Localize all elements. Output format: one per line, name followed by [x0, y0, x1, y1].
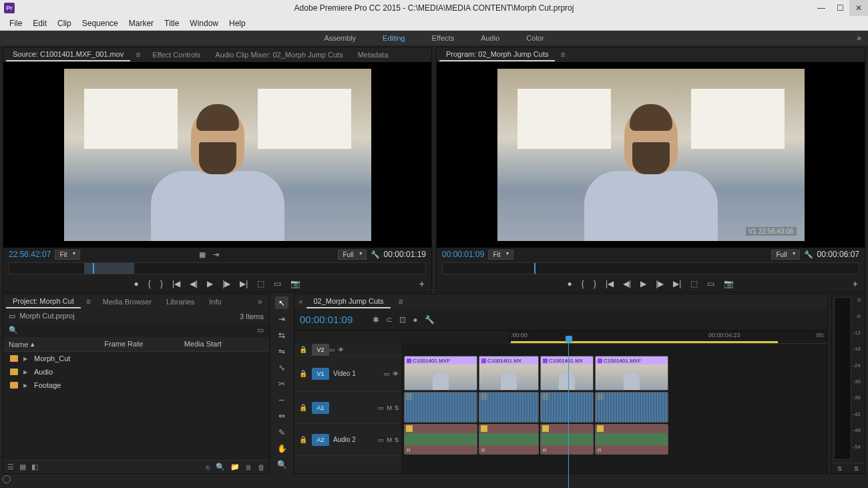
tab-effect-controls[interactable]: Effect Controls: [146, 49, 207, 61]
project-panel-menu-icon[interactable]: ≡: [82, 297, 95, 306]
close-button[interactable]: ✕: [849, 0, 868, 16]
clear-icon[interactable]: 🗑: [258, 463, 265, 471]
workspace-effects[interactable]: Effects: [432, 34, 454, 42]
extract-icon[interactable]: ▭: [707, 279, 714, 288]
timeline-panel-menu-icon[interactable]: ≡: [395, 297, 407, 306]
mark-in-icon[interactable]: {: [148, 279, 151, 288]
track-header-v2[interactable]: 🔒 V2 ▭👁: [294, 344, 401, 356]
project-overflow-icon[interactable]: »: [254, 297, 266, 306]
go-to-in-icon[interactable]: |◀: [606, 279, 614, 288]
source-video-area[interactable]: [3, 62, 431, 248]
play-icon[interactable]: ▶: [640, 279, 646, 288]
timeline-settings-icon[interactable]: 🔧: [425, 315, 435, 324]
safe-margins-icon[interactable]: ▦: [198, 250, 207, 259]
source-quality-select[interactable]: Full: [338, 250, 366, 260]
audio-clip[interactable]: R: [595, 424, 668, 455]
audio-clip[interactable]: [595, 392, 668, 423]
snap-icon[interactable]: ⊂: [386, 315, 393, 324]
menu-window[interactable]: Window: [184, 19, 224, 28]
track-header-a1[interactable]: 🔒 A1 ▭MS: [294, 392, 401, 424]
mark-out-icon[interactable]: }: [160, 279, 163, 288]
audio-clip[interactable]: R: [404, 424, 477, 455]
work-area-bar[interactable]: [511, 341, 778, 343]
workspace-color[interactable]: Color: [526, 34, 544, 42]
video-clip[interactable]: C1001401.MXF: [595, 356, 668, 391]
step-forward-icon[interactable]: |▶: [222, 279, 230, 288]
tab-libraries[interactable]: Libraries: [160, 296, 201, 308]
ripple-edit-tool-icon[interactable]: ⇆: [275, 329, 288, 342]
razor-tool-icon[interactable]: ✂: [275, 377, 288, 390]
freeform-view-icon[interactable]: ◧: [31, 463, 38, 471]
track-tag-v2[interactable]: V2: [312, 344, 329, 356]
bin-row[interactable]: ▶Morph_Cut: [3, 352, 269, 365]
go-to-out-icon[interactable]: ▶|: [240, 279, 248, 288]
program-panel-menu-icon[interactable]: ≡: [556, 50, 569, 59]
menu-help[interactable]: Help: [224, 19, 251, 28]
video-clip[interactable]: C1001401.MXF: [404, 356, 477, 391]
button-editor-icon[interactable]: +: [419, 278, 425, 289]
bin-row[interactable]: ▶Audio: [3, 365, 269, 379]
automate-icon[interactable]: ⎋: [206, 463, 210, 471]
zoom-tool-icon[interactable]: 🔍: [275, 459, 288, 471]
tab-info[interactable]: Info: [202, 296, 228, 308]
program-zoom-select[interactable]: Fit: [488, 250, 513, 260]
export-frame-icon[interactable]: 📷: [724, 279, 734, 288]
source-timecode-duration[interactable]: 00:00:01:19: [384, 250, 426, 259]
nest-sequence-icon[interactable]: ✱: [373, 315, 379, 324]
rate-stretch-tool-icon[interactable]: ⤡: [275, 361, 288, 374]
mark-out-icon[interactable]: }: [594, 279, 596, 288]
source-zoom-select[interactable]: Fit: [55, 250, 79, 260]
program-timecode-duration[interactable]: 00:00:06:07: [817, 250, 859, 259]
hand-tool-icon[interactable]: ✋: [275, 442, 288, 455]
export-frame-icon[interactable]: 📷: [290, 279, 300, 288]
lock-icon[interactable]: 🔒: [294, 436, 312, 443]
workspace-editing[interactable]: Editing: [383, 34, 405, 42]
menu-marker[interactable]: Marker: [124, 19, 159, 28]
source-panel-menu-icon[interactable]: ≡: [132, 50, 144, 59]
step-back-icon[interactable]: ◀|: [623, 279, 631, 288]
mark-in-icon[interactable]: {: [582, 279, 584, 288]
slide-tool-icon[interactable]: ⇔: [275, 410, 288, 423]
video-clip[interactable]: C1001401.MX: [479, 356, 539, 391]
pen-tool-icon[interactable]: ✎: [275, 426, 288, 439]
video-clip[interactable]: C1001401.MX: [540, 356, 594, 391]
tab-source-clip[interactable]: Source: C1001401.MXF_001.mov: [6, 48, 130, 61]
tab-metadata[interactable]: Metadata: [351, 49, 395, 61]
lock-icon[interactable]: 🔒: [294, 370, 312, 377]
add-marker-icon[interactable]: ●: [413, 315, 417, 324]
menu-clip[interactable]: Clip: [52, 19, 77, 28]
track-header-v1[interactable]: 🔒 V1 Video 1 ▭👁: [294, 356, 401, 392]
insert-icon[interactable]: ⬚: [257, 279, 264, 288]
program-timecode-in[interactable]: 00:00:01:09: [442, 250, 484, 259]
tab-program[interactable]: Program: 02_Morph Jump Cuts: [439, 48, 555, 61]
lock-icon[interactable]: 🔒: [294, 346, 312, 353]
button-editor-icon[interactable]: +: [853, 278, 858, 289]
track-tag-v1[interactable]: V1: [312, 368, 329, 380]
audio-clip[interactable]: [404, 392, 477, 423]
menu-title[interactable]: Title: [159, 19, 184, 28]
new-bin-icon[interactable]: 📁: [230, 463, 240, 471]
close-sequence-icon[interactable]: ×: [298, 298, 302, 306]
toggle-output-icon[interactable]: ▭: [329, 346, 335, 353]
solo-indicator[interactable]: S: [854, 465, 858, 472]
toggle-output-icon[interactable]: ▭: [384, 371, 390, 377]
menu-sequence[interactable]: Sequence: [77, 19, 124, 28]
toggle-eye-icon[interactable]: 👁: [393, 371, 399, 377]
toggle-icon[interactable]: ▭: [378, 437, 384, 443]
output-icon[interactable]: ⇥: [211, 250, 220, 259]
solo-button[interactable]: S: [395, 437, 399, 443]
step-back-icon[interactable]: ◀|: [190, 279, 198, 288]
audio-meter-bars[interactable]: [834, 297, 851, 460]
tab-sequence[interactable]: 02_Morph Jump Cuts: [306, 295, 390, 308]
track-header-a2[interactable]: 🔒 A2 Audio 2 ▭MS: [294, 424, 401, 456]
column-media-start[interactable]: Media Start: [184, 340, 264, 348]
expand-arrow-icon[interactable]: ▶: [23, 383, 29, 389]
program-video-area[interactable]: V1 22:56:43:06: [437, 62, 865, 248]
track-tag-a2[interactable]: A2: [312, 434, 329, 446]
source-timecode-in[interactable]: 22:56:42:07: [9, 250, 51, 259]
workspace-overflow-icon[interactable]: »: [857, 33, 861, 43]
maximize-button[interactable]: ☐: [831, 0, 849, 16]
go-to-in-icon[interactable]: |◀: [172, 279, 180, 288]
mute-button[interactable]: M: [387, 405, 392, 411]
expand-arrow-icon[interactable]: ▶: [23, 356, 29, 362]
